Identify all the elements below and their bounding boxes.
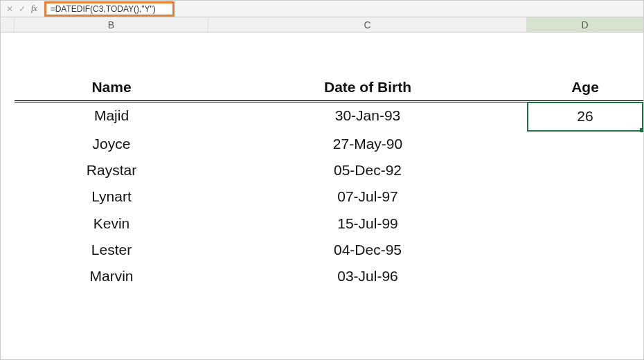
table-row: Joyce27-May-90	[1, 131, 643, 157]
cell-name[interactable]: Lester	[15, 237, 208, 263]
cell-dob[interactable]: 30-Jan-93	[208, 102, 527, 130]
cell[interactable]	[1, 210, 15, 237]
cell[interactable]	[1, 33, 15, 74]
table-row: Marvin03-Jul-96	[1, 263, 643, 289]
formula-bar-controls: ✕ ✓ fx	[1, 3, 43, 14]
cell-name[interactable]: Raystar	[15, 157, 208, 183]
cell[interactable]	[527, 33, 643, 74]
formula-bar: ✕ ✓ fx =DATEDIF(C3,TODAY(),"Y")	[1, 1, 643, 17]
cell-name[interactable]: Marvin	[15, 263, 208, 289]
cell[interactable]	[1, 237, 15, 263]
formula-input[interactable]: =DATEDIF(C3,TODAY(),"Y")	[51, 4, 168, 14]
cell-age[interactable]	[527, 131, 643, 157]
header-age[interactable]: Age	[527, 74, 643, 100]
column-header-d[interactable]: D	[527, 17, 643, 32]
cell-name[interactable]: Joyce	[15, 131, 208, 157]
table-row: Kevin15-Jul-99	[1, 210, 643, 237]
cell-age[interactable]	[527, 157, 643, 183]
cell-dob[interactable]: 27-May-90	[208, 131, 527, 157]
table-row: Raystar05-Dec-92	[1, 157, 643, 183]
table-row	[1, 33, 643, 74]
formula-highlight-box: =DATEDIF(C3,TODAY(),"Y")	[44, 1, 175, 17]
cell-age[interactable]	[527, 237, 643, 263]
column-header-a[interactable]	[1, 17, 15, 32]
header-dob[interactable]: Date of Birth	[208, 74, 527, 100]
cell[interactable]	[1, 263, 15, 289]
cell-name[interactable]: Lynart	[15, 183, 208, 210]
spreadsheet-grid: Name Date of Birth Age Majid30-Jan-9326J…	[1, 33, 643, 290]
table-header-row: Name Date of Birth Age	[1, 74, 643, 100]
cell-name[interactable]: Kevin	[15, 210, 208, 237]
cell-dob[interactable]: 04-Dec-95	[208, 237, 527, 263]
cell-name[interactable]: Majid	[15, 102, 208, 130]
header-name[interactable]: Name	[15, 74, 208, 100]
table-row: Lester04-Dec-95	[1, 237, 643, 263]
column-header-b[interactable]: B	[15, 17, 208, 32]
cell-age[interactable]	[527, 210, 643, 237]
fx-icon[interactable]: fx	[31, 3, 37, 14]
cell-dob[interactable]: 05-Dec-92	[208, 157, 527, 183]
column-headers: B C D	[1, 17, 643, 33]
cell[interactable]	[1, 157, 15, 183]
cell[interactable]	[1, 74, 15, 100]
cell[interactable]	[15, 33, 208, 74]
cell-dob[interactable]: 15-Jul-99	[208, 210, 527, 237]
cell-age[interactable]	[527, 183, 643, 210]
cell-dob[interactable]: 07-Jul-97	[208, 183, 527, 210]
cancel-icon[interactable]: ✕	[6, 4, 13, 14]
cell[interactable]	[1, 131, 15, 157]
cell-dob[interactable]: 03-Jul-96	[208, 263, 527, 289]
cell[interactable]	[1, 102, 15, 130]
check-icon[interactable]: ✓	[19, 4, 26, 14]
column-header-c[interactable]: C	[208, 17, 527, 32]
cell-age[interactable]: 26	[527, 102, 643, 131]
table-row: Majid30-Jan-9326	[1, 102, 643, 130]
cell[interactable]	[1, 183, 15, 210]
cell-age[interactable]	[527, 263, 643, 289]
cell[interactable]	[208, 33, 527, 74]
table-row: Lynart07-Jul-97	[1, 183, 643, 210]
